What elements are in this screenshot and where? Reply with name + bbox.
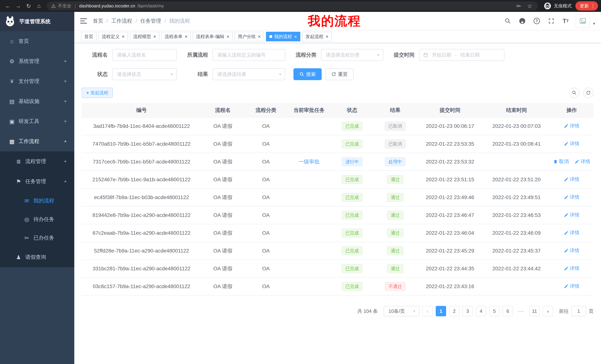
sidebar-item-home[interactable]: ⌂首页	[0, 31, 74, 51]
edit-icon	[564, 177, 569, 182]
sidebar-toggle-button[interactable]	[74, 12, 93, 30]
toggle-search-button[interactable]	[569, 87, 580, 98]
cancel-button[interactable]: 取消	[553, 158, 569, 165]
tab[interactable]: 发起流程×	[302, 32, 332, 41]
detail-button[interactable]: 详情	[564, 176, 580, 182]
tab[interactable]: 流程模型×	[130, 32, 159, 41]
search-button[interactable]: 搜索	[293, 68, 322, 80]
process-def-input[interactable]	[212, 49, 285, 61]
font-size-button[interactable]: TT	[561, 16, 570, 26]
status-badge: 已完成	[342, 211, 362, 220]
status-badge: 已完成	[342, 282, 362, 291]
close-icon[interactable]: ×	[185, 34, 187, 39]
page-button[interactable]: 6	[502, 306, 513, 316]
process-name-input[interactable]	[112, 49, 177, 61]
chrome-update-button[interactable]: 更新 ⋮	[575, 1, 598, 10]
sidebar-item-task-management[interactable]: ⚑任务管理∧	[0, 172, 74, 192]
cell-process-id: 7470a810-7b9b-11ec-b5b7-acde48001122	[82, 135, 201, 153]
app-logo[interactable]: 芋道管理系统	[0, 12, 74, 31]
category-select[interactable]: 请选择流程分类 ▾	[321, 49, 383, 61]
page-button[interactable]: 3	[462, 306, 473, 316]
caret-down-icon[interactable]: ▾	[593, 21, 595, 26]
sidebar-item-system[interactable]: ⚙系统管理∨	[0, 51, 74, 71]
result-badge: 不通过	[385, 282, 406, 291]
close-icon[interactable]: ×	[153, 34, 156, 39]
home-button[interactable]: ⌂	[34, 1, 44, 11]
page-size-select[interactable]: 10条/页 ▾	[384, 306, 419, 316]
close-icon[interactable]: ×	[122, 34, 125, 39]
cell-status: 已完成	[331, 189, 374, 206]
header-search-button[interactable]	[503, 16, 512, 26]
page-button[interactable]: 1	[436, 306, 446, 316]
tab[interactable]: 用户分组×	[235, 32, 264, 41]
sidebar-item-workflow[interactable]: ▦工作流程∧	[0, 131, 74, 151]
reset-button[interactable]: 重置	[325, 68, 354, 80]
detail-button[interactable]: 详情	[564, 265, 580, 272]
create-process-button[interactable]: + 发起流程	[82, 87, 113, 98]
page-button[interactable]: 4	[476, 306, 486, 316]
detail-button[interactable]: 详情	[564, 212, 580, 218]
refresh-table-button[interactable]	[583, 87, 594, 98]
detail-button[interactable]: 详情	[575, 158, 590, 165]
breadcrumb-item[interactable]: 工作流程	[111, 18, 132, 25]
forward-button[interactable]: →	[13, 1, 23, 11]
cell-submit-time: 2022-01-22 23:46:47	[417, 206, 483, 224]
pagination-ellipsis[interactable]: ···	[516, 306, 526, 316]
reload-button[interactable]: ↻	[24, 1, 33, 11]
cell-process-id: 2152467e-7b9b-11ec-9a1b-acde48001122	[82, 171, 201, 189]
back-button[interactable]: ←	[3, 1, 13, 11]
close-icon[interactable]: ×	[227, 34, 229, 39]
tab[interactable]: 首页	[81, 32, 97, 41]
date-range-picker[interactable]: 开始日期 - 结束日期	[419, 49, 504, 61]
tab[interactable]: 流程表单-编辑×	[193, 32, 233, 41]
sidebar-item-todo-task[interactable]: ◎待办任务	[0, 210, 74, 229]
prev-page-button[interactable]: ‹	[422, 306, 433, 316]
next-page-button[interactable]: ›	[543, 306, 553, 316]
close-icon[interactable]: ×	[294, 34, 297, 39]
sidebar-item-my-process[interactable]: ✉我的流程	[0, 192, 74, 210]
cell-submit-time: 2022-01-22 23:44:35	[417, 260, 483, 278]
password-key-button[interactable]	[515, 2, 522, 10]
help-button[interactable]: ?	[532, 16, 541, 26]
goto-page-input[interactable]	[571, 306, 586, 316]
detail-button[interactable]: 详情	[564, 247, 580, 254]
date-separator: -	[455, 52, 457, 58]
result-badge: 通过	[387, 211, 403, 220]
fullscreen-button[interactable]	[547, 16, 556, 26]
address-bar[interactable]: 不安全 | dashboard.yudao.iocoder.cn/bpm/tas…	[47, 1, 538, 10]
sidebar-item-process-management[interactable]: ≣流程管理∨	[0, 151, 74, 172]
detail-button[interactable]: 详情	[564, 283, 580, 289]
sidebar-item-payment[interactable]: ¥支付管理∨	[0, 71, 74, 91]
page-button[interactable]: 11	[529, 306, 540, 316]
github-button[interactable]	[518, 16, 527, 26]
eye-icon: ◎	[22, 216, 31, 223]
tab[interactable]: 流程定义×	[99, 32, 128, 41]
sidebar-item-infrastructure[interactable]: ▤基础设施∨	[0, 91, 74, 111]
close-icon[interactable]: ×	[326, 34, 328, 39]
cell-process-name: OA 请假	[201, 242, 244, 260]
detail-button[interactable]: 详情	[564, 194, 580, 200]
sidebar-item-devtools[interactable]: ▣研发工具∨	[0, 111, 74, 131]
detail-button[interactable]: 详情	[564, 230, 580, 236]
result-select[interactable]: 请选择流结果 ▾	[212, 68, 285, 80]
bookmark-star-button[interactable]: ☆	[526, 2, 533, 10]
fullscreen-icon	[548, 18, 554, 24]
status-select[interactable]: 请选择状态 ▾	[112, 68, 177, 80]
breadcrumb-item[interactable]: 任务管理	[140, 18, 161, 25]
tab[interactable]: 流程表单×	[161, 32, 191, 41]
page-button[interactable]: 5	[489, 306, 500, 316]
column-header: 结束时间	[483, 103, 550, 117]
breadcrumb-item[interactable]: 首页	[93, 18, 103, 25]
current-task-link[interactable]: 一级审批	[299, 159, 320, 164]
tab[interactable]: 我的流程×	[266, 32, 300, 41]
caret-down-icon: ▾	[377, 53, 379, 57]
avatar[interactable]	[576, 14, 590, 28]
page-button[interactable]: 2	[449, 306, 460, 316]
close-icon[interactable]: ×	[258, 34, 261, 39]
detail-button[interactable]: 详情	[564, 140, 580, 147]
sidebar-item-leave-query[interactable]: ♟请假查询	[0, 247, 74, 267]
sidebar-item-done-task[interactable]: ✂已办任务	[0, 229, 74, 247]
cell-actions: 详情	[550, 135, 594, 153]
detail-button[interactable]: 详情	[564, 123, 580, 129]
cell-result: 通过	[374, 206, 417, 224]
